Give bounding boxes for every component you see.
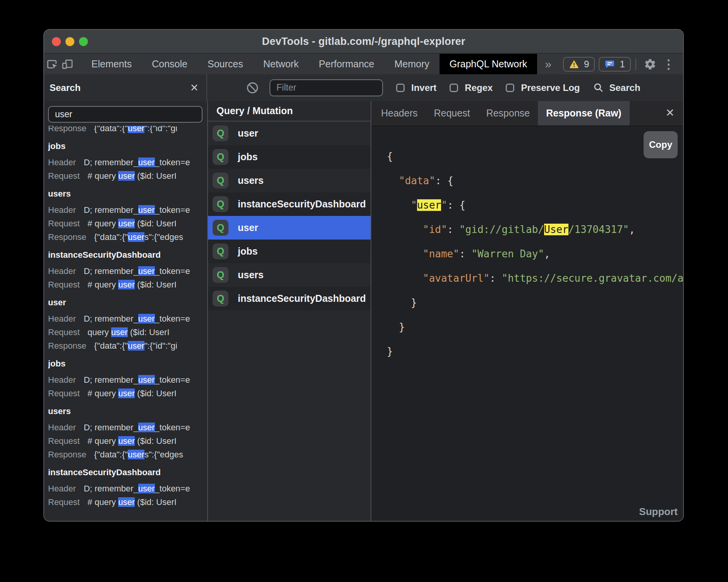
tab-sources[interactable]: Sources bbox=[197, 54, 253, 74]
json-line: { bbox=[387, 144, 683, 169]
match-highlight: user bbox=[118, 280, 135, 289]
query-item-users[interactable]: Qusers bbox=[208, 169, 371, 192]
tab-performance[interactable]: Performance bbox=[309, 54, 384, 74]
search-result-line[interactable]: Request# query user ($id: UserI bbox=[48, 278, 207, 291]
search-panel-header: Search ✕ bbox=[44, 74, 207, 101]
query-item-user[interactable]: Quser bbox=[208, 216, 371, 240]
search-result-line[interactable]: HeaderD; remember_user_token=e bbox=[48, 373, 207, 387]
search-result-line[interactable]: Request# query user ($id: UserI bbox=[48, 217, 207, 230]
result-text-segment: _token=e bbox=[155, 314, 190, 324]
close-window-button[interactable] bbox=[52, 37, 61, 46]
response-tab-headers[interactable]: Headers bbox=[373, 101, 426, 125]
filter-input[interactable] bbox=[270, 79, 383, 96]
search-result-line[interactable]: Response{"data":{"user":{"id":"gi bbox=[48, 339, 207, 353]
clear-requests-icon[interactable] bbox=[246, 81, 259, 94]
match-highlight: user bbox=[138, 375, 155, 385]
support-link[interactable]: Support bbox=[639, 506, 678, 518]
checkbox-invert[interactable]: Invert bbox=[396, 82, 436, 93]
json-token-punc: } bbox=[399, 321, 405, 333]
tab-console[interactable]: Console bbox=[142, 54, 197, 74]
search-result-group-title-jobs[interactable]: jobs bbox=[48, 139, 207, 153]
response-tab-request[interactable]: Request bbox=[426, 101, 478, 125]
search-result-line[interactable]: HeaderD; remember_user_token=e bbox=[48, 421, 207, 434]
match-highlight: user bbox=[128, 341, 144, 351]
search-result-group-title-users[interactable]: users bbox=[48, 187, 207, 200]
result-text-segment: # query bbox=[88, 219, 118, 228]
match-highlight: user bbox=[138, 423, 155, 432]
search-result-group-title-users[interactable]: users bbox=[48, 404, 207, 418]
copy-button[interactable]: Copy bbox=[644, 131, 678, 158]
search-result-line[interactable]: Requestquery user ($id: UserI bbox=[48, 325, 207, 339]
query-item-instancesecuritydashboard[interactable]: QinstanceSecurityDashboard bbox=[208, 192, 371, 216]
search-panel-close-icon[interactable]: ✕ bbox=[190, 82, 199, 94]
search-result-line[interactable]: HeaderD; remember_user_token=e bbox=[48, 482, 207, 495]
search-result-group-title-instancesecuritydashboard[interactable]: instanceSecurityDashboard bbox=[48, 248, 207, 262]
inspect-element-icon[interactable] bbox=[46, 54, 59, 74]
settings-gear-icon[interactable] bbox=[641, 55, 659, 74]
checkbox-regex[interactable]: Regex bbox=[450, 82, 493, 93]
result-text-segment: {"data":{" bbox=[94, 232, 128, 242]
result-text-segment: {"data":{" bbox=[94, 450, 128, 459]
search-result-line-label: Header bbox=[48, 157, 76, 167]
search-result-line[interactable]: Request# query user ($id: UserI bbox=[48, 434, 207, 448]
response-body: {"data": {"user": {"id": "gid://gitlab/U… bbox=[371, 126, 683, 521]
query-type-badge: Q bbox=[213, 267, 228, 283]
checkbox-box-preserve-log[interactable] bbox=[506, 84, 514, 92]
query-item-users[interactable]: Qusers bbox=[208, 263, 371, 287]
result-text-segment: ":{"id":"gi bbox=[144, 126, 177, 133]
search-result-line[interactable]: Request# query user ($id: UserI bbox=[48, 495, 207, 509]
search-result-line[interactable]: Response{"data":{"users":{"edges bbox=[48, 230, 207, 244]
json-token-punc: } bbox=[387, 346, 393, 357]
result-text-segment: D; remember_ bbox=[84, 484, 138, 493]
tab-memory[interactable]: Memory bbox=[384, 54, 439, 74]
toolbar-search-toggle[interactable]: Search bbox=[593, 82, 640, 93]
search-result-line[interactable]: Request# query user ($id: UserI bbox=[48, 387, 207, 400]
response-tab-response-raw[interactable]: Response (Raw) bbox=[538, 101, 629, 125]
response-close-icon[interactable]: ✕ bbox=[657, 106, 683, 119]
tab-elements[interactable]: Elements bbox=[81, 54, 142, 74]
search-input[interactable] bbox=[48, 106, 203, 123]
response-tab-response[interactable]: Response bbox=[478, 101, 538, 125]
search-result-line-label: Request bbox=[48, 436, 80, 446]
match-highlight: user bbox=[138, 157, 155, 167]
search-result-group-title-user[interactable]: user bbox=[48, 296, 207, 309]
search-result-group-title-instancesecuritydashboard[interactable]: instanceSecurityDashboard bbox=[48, 466, 207, 479]
query-mutation-header: Query / Mutation bbox=[208, 101, 371, 122]
search-result-line-label: Response bbox=[48, 341, 86, 351]
json-token-key: "name" bbox=[423, 248, 459, 260]
search-result-line[interactable]: Response{"data":{"users":{"edges bbox=[48, 448, 207, 461]
search-result-line-label: Response bbox=[48, 232, 86, 242]
device-toolbar-icon[interactable] bbox=[61, 54, 74, 74]
kebab-menu-icon[interactable]: ⋮ bbox=[659, 55, 678, 74]
query-item-jobs[interactable]: Qjobs bbox=[208, 145, 371, 169]
result-text-segment: ($id: UserI bbox=[135, 497, 177, 507]
messages-badge[interactable]: 1 bbox=[599, 57, 630, 72]
zoom-window-button[interactable] bbox=[79, 37, 88, 46]
traffic-lights bbox=[52, 30, 88, 53]
query-item-jobs[interactable]: Qjobs bbox=[208, 240, 371, 263]
search-result-line[interactable]: Request# query user ($id: UserI bbox=[48, 169, 207, 183]
more-tabs-chevron-icon[interactable]: » bbox=[537, 54, 559, 74]
checkbox-box-invert[interactable] bbox=[396, 84, 405, 92]
query-type-badge: Q bbox=[213, 173, 228, 188]
search-result-group-title-jobs[interactable]: jobs bbox=[48, 357, 207, 370]
warnings-badge[interactable]: 9 bbox=[563, 57, 595, 72]
minimize-window-button[interactable] bbox=[65, 37, 74, 46]
search-result-line[interactable]: HeaderD; remember_user_token=e bbox=[48, 203, 207, 217]
search-result-line[interactable]: Response{"data":{"user":{"id":"gi bbox=[48, 126, 207, 135]
search-result-line[interactable]: HeaderD; remember_user_token=e bbox=[48, 264, 207, 278]
json-token-str: "Warren Day" bbox=[471, 248, 544, 260]
query-item-label: jobs bbox=[238, 151, 258, 163]
checkbox-box-regex[interactable] bbox=[450, 84, 458, 92]
checkbox-preserve-log[interactable]: Preserve Log bbox=[506, 82, 580, 93]
result-text-segment: _token=e bbox=[155, 484, 190, 493]
search-result-line[interactable]: HeaderD; remember_user_token=e bbox=[48, 156, 207, 169]
json-token-key: "data" bbox=[399, 175, 435, 187]
tab-graphql-network[interactable]: GraphQL Network bbox=[440, 54, 537, 74]
search-result-line[interactable]: HeaderD; remember_user_token=e bbox=[48, 312, 207, 325]
tab-network[interactable]: Network bbox=[253, 54, 309, 74]
query-item-label: instanceSecurityDashboard bbox=[238, 293, 366, 304]
json-line: "id": "gid://gitlab/User/13704317", bbox=[387, 217, 683, 242]
query-item-user[interactable]: Quser bbox=[208, 122, 371, 145]
query-item-instancesecuritydashboard[interactable]: QinstanceSecurityDashboard bbox=[208, 287, 371, 310]
